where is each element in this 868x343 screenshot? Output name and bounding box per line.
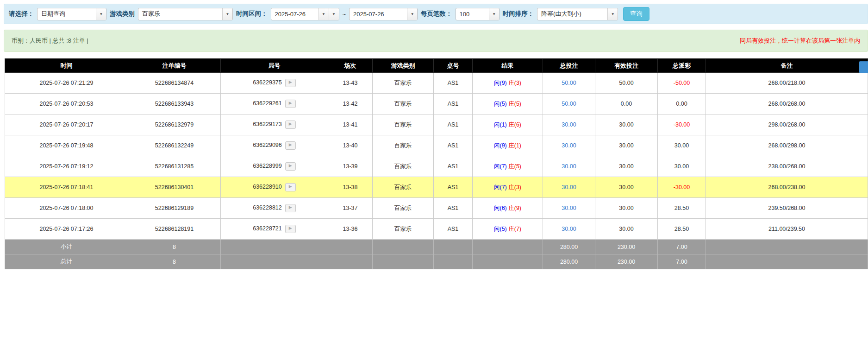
cell-round: 636229261 [221,94,328,114]
cell-valid-bet: 30.00 [595,177,658,198]
column-header: 结果 [473,59,543,73]
game-category-select[interactable]: 百家乐 ▼ [138,8,233,20]
cell-round: 636228721 [221,219,328,240]
total-total-bet: 280.00 [543,254,595,269]
cell-time: 2025-07-26 07:18:41 [5,177,128,198]
cell-round: 636229173 [221,114,328,135]
video-replay-icon[interactable] [285,79,296,87]
total-bet-link[interactable]: 30.00 [562,205,576,211]
cell-session: 13-37 [328,198,373,219]
cell-bet-id: 522686131285 [128,156,221,177]
partial-action-button[interactable] [859,61,868,73]
column-header: 时间 [5,59,128,73]
cell-game: 百家乐 [373,114,434,135]
result-player: 闲(6) [494,205,507,211]
subtotal-empty-cell [473,240,543,254]
chevron-down-icon[interactable]: ▼ [96,8,106,20]
total-bet-link[interactable]: 30.00 [562,121,576,128]
cell-table: AS1 [434,219,473,240]
date-to-input[interactable]: 2025-07-26 ▼ [349,8,418,20]
total-count: 8 [128,254,221,269]
date-to-value: 2025-07-26 [350,11,407,18]
cell-payout: -50.00 [658,73,706,94]
time-range-label: 时间区间： [236,10,268,18]
result-banker: 庄(3) [508,184,521,191]
cell-game: 百家乐 [373,73,434,94]
result-player: 闲(5) [494,226,507,232]
cell-session: 13-36 [328,219,373,240]
cell-payout: 0.00 [658,94,706,114]
subtotal-label: 小计 [5,240,128,254]
total-label: 总计 [5,254,128,269]
cell-session: 13-38 [328,177,373,198]
cell-table: AS1 [434,156,473,177]
column-header: 游戏类别 [373,59,434,73]
video-replay-icon[interactable] [285,225,296,233]
sort-value: 降幂(由大到小) [537,10,607,18]
subtotal-empty-cell [434,240,473,254]
total-bet-link[interactable]: 30.00 [562,163,576,170]
query-button[interactable]: 查询 [623,7,649,21]
cell-game: 百家乐 [373,219,434,240]
cell-session: 13-42 [328,94,373,114]
chevron-down-icon[interactable]: ▼ [407,8,417,20]
cell-note: 268.00/268.00 [706,94,868,114]
chevron-down-icon[interactable]: ▼ [318,8,329,20]
chevron-down-icon[interactable]: ▼ [607,8,618,20]
cell-valid-bet: 30.00 [595,198,658,219]
column-header: 局号 [221,59,328,73]
summary-bar: 币别：人民币 | 总共 :8 注单 | 同局有效投注，统一计算在该局第一张注单内 [4,30,868,52]
result-player: 闲(7) [494,163,507,170]
video-replay-icon[interactable] [285,183,296,191]
cell-table: AS1 [434,114,473,135]
result-banker: 庄(3) [508,80,521,86]
cell-payout: 28.50 [658,198,706,219]
total-bet-link[interactable]: 50.00 [562,80,576,86]
subtotal-valid-bet: 230.00 [595,240,658,254]
date-from-value: 2025-07-26 [271,11,318,18]
chevron-down-icon[interactable]: ▼ [329,8,339,20]
chevron-down-icon[interactable]: ▼ [222,8,232,20]
cell-game: 百家乐 [373,135,434,156]
subtotal-row: 小计 8 280.00 230.00 7.00 [5,240,868,254]
total-bet-link[interactable]: 50.00 [562,101,576,107]
total-bet-link[interactable]: 30.00 [562,142,576,149]
cell-round: 636228910 [221,177,328,198]
video-replay-icon[interactable] [285,121,296,129]
column-header: 桌号 [434,59,473,73]
cell-bet-id: 522686133943 [128,94,221,114]
video-replay-icon[interactable] [285,162,296,171]
total-bet-link[interactable]: 30.00 [562,184,576,191]
sort-select[interactable]: 降幂(由大到小) ▼ [537,8,618,20]
query-type-select[interactable]: 日期查询 ▼ [37,8,106,20]
table-row: 2025-07-26 07:19:48 522686132249 6362290… [5,135,868,156]
cell-round: 636229096 [221,135,328,156]
page-size-value: 100 [456,11,489,18]
cell-payout: 28.50 [658,219,706,240]
video-replay-icon[interactable] [285,204,296,212]
cell-time: 2025-07-26 07:20:17 [5,114,128,135]
page-size-select[interactable]: 100 ▼ [456,8,500,20]
result-player: 闲(5) [494,101,507,107]
table-row: 2025-07-26 07:18:41 522686130401 6362289… [5,177,868,198]
round-id: 636228721 [253,225,282,232]
cell-total-bet: 50.00 [543,73,595,94]
result-banker: 庄(6) [508,121,521,128]
subtotal-total-bet: 280.00 [543,240,595,254]
cell-valid-bet: 0.00 [595,94,658,114]
cell-table: AS1 [434,177,473,198]
game-category-label: 游戏类别 [110,10,135,18]
column-header: 注单编号 [128,59,221,73]
cell-valid-bet: 30.00 [595,114,658,135]
total-row: 总计 8 280.00 230.00 7.00 [5,254,868,269]
cell-time: 2025-07-26 07:19:48 [5,135,128,156]
video-replay-icon[interactable] [285,141,296,150]
cell-time: 2025-07-26 07:20:53 [5,94,128,114]
total-bet-link[interactable]: 30.00 [562,226,576,232]
subtotal-count: 8 [128,240,221,254]
date-from-input[interactable]: 2025-07-26 ▼ ▼ [271,8,339,20]
column-header: 总投注 [543,59,595,73]
cell-table: AS1 [434,73,473,94]
chevron-down-icon[interactable]: ▼ [489,8,499,20]
video-replay-icon[interactable] [285,100,296,108]
